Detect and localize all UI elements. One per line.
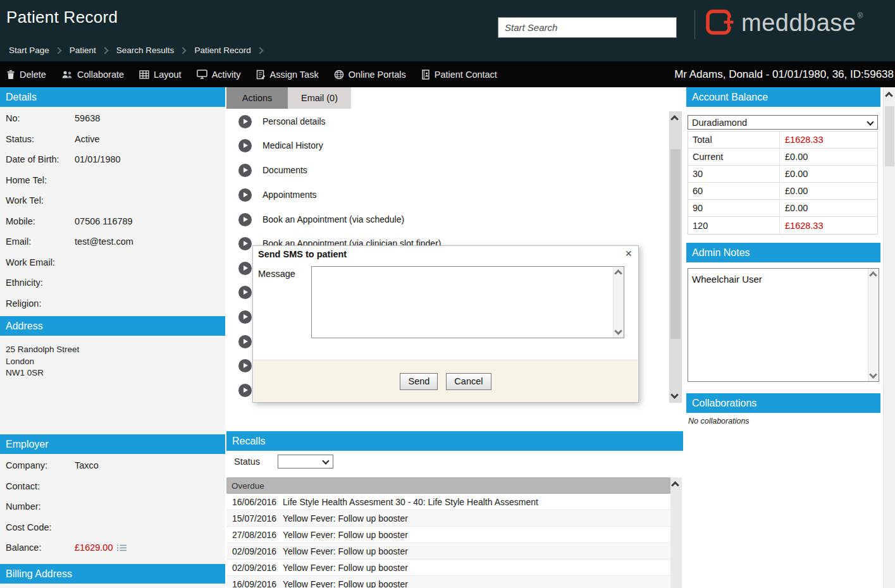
action-appointments[interactable]: Appointments: [238, 187, 317, 202]
employer-balance-value: £1629.00: [75, 542, 113, 553]
action-item[interactable]: [238, 260, 252, 276]
detail-field-email: Email:test@test.com: [0, 231, 225, 252]
textarea-scrollbar[interactable]: [613, 267, 624, 338]
scroll-up-icon[interactable]: [614, 269, 622, 278]
recall-row[interactable]: 16/09/2016Yellow Fever: Follow up booste…: [226, 576, 670, 588]
recall-date: 16/06/2016: [226, 497, 283, 507]
balance-label: 120: [688, 217, 779, 234]
action-item[interactable]: [238, 383, 252, 398]
layout-button[interactable]: Layout: [139, 70, 182, 80]
detail-field-ethnicity: Ethnicity:: [0, 273, 225, 293]
recalls-list: 16/06/2016Life Style Health Assesment 30…: [226, 494, 670, 588]
action-item[interactable]: [238, 285, 252, 300]
action-personal-details[interactable]: Personal details: [238, 114, 326, 129]
arrow-circle-icon: [238, 139, 252, 152]
admin-notes-box[interactable]: Wheelchair User: [688, 268, 879, 382]
recall-status-select[interactable]: [278, 455, 333, 469]
company-select[interactable]: Duradiamond: [688, 115, 878, 130]
breadcrumb-item-search-results[interactable]: Search Results: [114, 43, 180, 58]
scroll-up-icon[interactable]: [670, 115, 679, 123]
field-label: Work Email:: [0, 257, 75, 267]
scroll-up-icon[interactable]: [671, 481, 679, 489]
arrow-circle-icon: [238, 359, 252, 372]
action-documents[interactable]: Documents: [238, 162, 307, 178]
assign-task-button[interactable]: Assign Task: [256, 70, 319, 80]
page-title: Patient Record: [6, 8, 118, 27]
account-panel: Account Balance Duradiamond Total£1628.3…: [686, 87, 882, 588]
balance-label: Current: [688, 149, 779, 165]
field-value: test@test.com: [75, 236, 133, 247]
balance-row-60: 60£0.00: [688, 183, 877, 200]
detail-field-work-email: Work Email:: [0, 252, 225, 273]
recall-text: Yellow Fever: Follow up booster: [283, 563, 408, 573]
field-label: Contact:: [0, 481, 75, 491]
address-section-header: Address: [0, 316, 225, 336]
scroll-down-icon[interactable]: [670, 391, 679, 399]
breadcrumb-item-patient-record[interactable]: Patient Record: [192, 43, 256, 58]
recalls-scrollbar[interactable]: [670, 477, 682, 588]
billing-address-section-header: Billing Address: [0, 564, 225, 584]
arrow-circle-icon: [238, 262, 252, 275]
address-line: London: [6, 356, 79, 368]
arrow-circle-icon: [238, 164, 252, 177]
meddbase-logo-text: meddbase: [741, 9, 856, 37]
action-medical-history[interactable]: Medical History: [238, 138, 323, 153]
actions-scrollbar[interactable]: [669, 111, 682, 403]
field-label: Status:: [0, 134, 75, 144]
admin-notes-text: Wheelchair User: [688, 269, 879, 290]
recall-row[interactable]: 02/09/2016Yellow Fever: Follow up booste…: [226, 543, 670, 560]
activity-button[interactable]: Activity: [197, 70, 241, 80]
send-button[interactable]: Send: [400, 373, 438, 390]
address-line: 25 Randolph Street: [6, 344, 79, 356]
close-icon[interactable]: ×: [625, 247, 632, 261]
recall-row[interactable]: 27/08/2016Yellow Fever: Follow up booste…: [226, 527, 670, 543]
field-value: 07506 116789: [75, 216, 133, 226]
patient-summary: Mr Adams, Donald - 01/01/1980, 36, ID:59…: [674, 61, 894, 87]
recall-row[interactable]: 02/09/2016Yellow Fever: Follow up booste…: [226, 560, 670, 576]
field-label: No:: [0, 113, 75, 123]
breadcrumb-item-patient[interactable]: Patient: [67, 43, 101, 58]
people-icon: [61, 70, 73, 79]
scroll-down-icon[interactable]: [869, 371, 877, 379]
field-label: Balance:: [0, 542, 75, 553]
search-input[interactable]: [498, 17, 677, 38]
scroll-down-icon[interactable]: [614, 327, 622, 335]
cancel-button[interactable]: Cancel: [446, 373, 491, 390]
delete-button[interactable]: Delete: [6, 70, 46, 80]
notes-scrollbar[interactable]: [868, 269, 879, 381]
employer-field-balance: Balance: £1629.00: [0, 537, 225, 558]
collaborate-button[interactable]: Collaborate: [61, 70, 124, 80]
tab-actions[interactable]: Actions: [226, 87, 288, 109]
action-item[interactable]: [238, 334, 252, 349]
action-book-via-schedule[interactable]: Book an Appointment (via schedule): [238, 212, 404, 227]
balance-label: Total: [688, 132, 779, 148]
recall-row[interactable]: 15/07/2016Yellow Fever: Follow up booste…: [226, 510, 670, 527]
employer-fields: Company:Taxco Contact: Number: Cost Code…: [0, 455, 225, 558]
scroll-up-icon[interactable]: [869, 271, 877, 279]
recall-row[interactable]: 16/06/2016Life Style Health Assesment 30…: [226, 494, 670, 510]
registered-mark: ®: [857, 11, 863, 20]
selected-company: Duradiamond: [692, 118, 747, 128]
sms-message-textarea[interactable]: [311, 266, 624, 338]
account-balance-header: Account Balance: [686, 87, 880, 107]
action-item[interactable]: [238, 309, 252, 324]
collaborations-empty-text: No collaborations: [688, 417, 750, 426]
field-label: Ethnicity:: [0, 278, 75, 288]
balance-row-120: 120£1628.33: [688, 217, 877, 234]
detail-field-status: Status:Active: [0, 129, 225, 150]
scrollbar-thumb[interactable]: [670, 149, 681, 339]
scroll-up-icon[interactable]: [885, 92, 893, 100]
recall-date: 02/09/2016: [226, 563, 283, 573]
balance-list-icon[interactable]: [116, 544, 127, 552]
recall-date: 27/08/2016: [226, 530, 283, 540]
breadcrumb-item-start-page[interactable]: Start Page: [6, 43, 54, 58]
action-item[interactable]: [238, 358, 252, 373]
toolbar-label: Delete: [20, 70, 46, 80]
page-scrollbar[interactable]: [883, 87, 895, 588]
toolbar-label: Patient Contact: [435, 70, 497, 80]
patient-contact-button[interactable]: Patient Contact: [421, 70, 497, 80]
online-portals-button[interactable]: Online Portals: [334, 70, 406, 80]
chevron-down-icon: [867, 118, 873, 125]
scrollbar-thumb[interactable]: [885, 106, 894, 166]
tab-email[interactable]: Email (0): [288, 87, 351, 109]
